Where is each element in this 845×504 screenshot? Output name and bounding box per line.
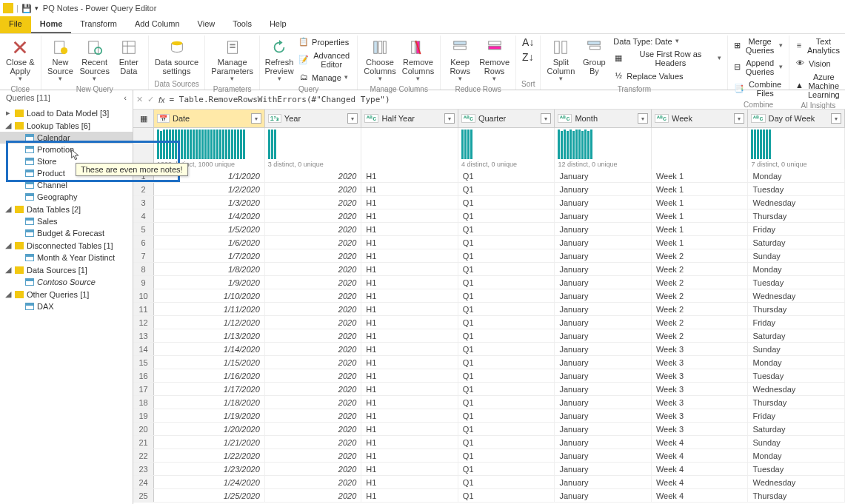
cell-year[interactable]: 2020: [265, 356, 362, 369]
cell-week[interactable]: Week 2: [652, 329, 749, 342]
cell-half[interactable]: H1: [361, 289, 458, 302]
row-number[interactable]: 8: [133, 263, 154, 275]
table-row[interactable]: 31/3/20202020H1Q1JanuaryWeek 1Wednesday: [133, 196, 845, 209]
remove-columns-button[interactable]: Remove Columns: [401, 36, 435, 84]
datatype-icon[interactable]: ᴬᴮc: [461, 114, 475, 123]
cell-half[interactable]: H1: [361, 436, 458, 448]
close-apply-button[interactable]: Close & Apply: [4, 36, 36, 84]
cell-qtr[interactable]: Q1: [458, 263, 555, 275]
cell-week[interactable]: Week 1: [652, 223, 749, 235]
query-item[interactable]: Geography: [0, 191, 133, 203]
data-source-settings-button[interactable]: Data source settings: [153, 36, 200, 77]
cell-dow[interactable]: Tuesday: [748, 463, 845, 475]
cell-qtr[interactable]: Q1: [458, 183, 555, 195]
cell-half[interactable]: H1: [361, 423, 458, 435]
column-header-qtr[interactable]: ᴬᴮcQuarter▾: [458, 110, 555, 127]
cell-week[interactable]: Week 1: [652, 169, 749, 182]
query-item[interactable]: Promotion: [0, 144, 133, 155]
cell-month[interactable]: January: [555, 209, 652, 222]
filter-dropdown-icon[interactable]: ▾: [541, 113, 551, 124]
row-number[interactable]: 24: [133, 476, 154, 488]
cell-year[interactable]: 2020: [265, 289, 362, 302]
cell-qtr[interactable]: Q1: [458, 356, 555, 369]
cell-month[interactable]: January: [555, 383, 652, 395]
cell-week[interactable]: Week 1: [652, 183, 749, 195]
cell-qtr[interactable]: Q1: [458, 436, 555, 448]
cell-dow[interactable]: Monday: [748, 449, 845, 462]
cell-date[interactable]: 1/2/2020: [154, 183, 265, 195]
cell-qtr[interactable]: Q1: [458, 223, 555, 235]
cell-month[interactable]: January: [555, 409, 652, 422]
properties-button[interactable]: 📋Properties: [297, 36, 353, 49]
row-number[interactable]: 18: [133, 396, 154, 409]
table-row[interactable]: 161/16/20202020H1Q1JanuaryWeek 3Tuesday: [133, 369, 845, 383]
row-number[interactable]: 17: [133, 383, 154, 395]
first-row-headers-button[interactable]: ▦Use First Row as Headers: [612, 48, 723, 69]
cell-week[interactable]: Week 3: [652, 383, 749, 395]
row-number[interactable]: 16: [133, 369, 154, 382]
row-number[interactable]: 14: [133, 343, 154, 355]
row-number[interactable]: 25: [133, 489, 154, 502]
table-row[interactable]: 211/21/20202020H1Q1JanuaryWeek 4Sunday: [133, 436, 845, 449]
datatype-icon[interactable]: ᴬᴮc: [751, 114, 765, 123]
manage-parameters-button[interactable]: Manage Parameters: [210, 36, 255, 84]
cell-month[interactable]: January: [555, 183, 652, 195]
cell-date[interactable]: 1/22/2020: [154, 449, 265, 462]
table-row[interactable]: 91/9/20202020H1Q1JanuaryWeek 2Tuesday: [133, 276, 845, 289]
cell-qtr[interactable]: Q1: [458, 449, 555, 462]
recent-sources-button[interactable]: Recent Sources: [79, 36, 111, 84]
cell-qtr[interactable]: Q1: [458, 396, 555, 409]
cell-date[interactable]: 1/12/2020: [154, 316, 265, 329]
enter-data-button[interactable]: Enter Data: [114, 36, 144, 77]
cell-month[interactable]: January: [555, 489, 652, 502]
cell-half[interactable]: H1: [361, 209, 458, 222]
cell-dow[interactable]: Friday: [748, 409, 845, 422]
cell-year[interactable]: 2020: [265, 423, 362, 435]
table-row[interactable]: 191/19/20202020H1Q1JanuaryWeek 3Friday: [133, 409, 845, 423]
filter-dropdown-icon[interactable]: ▾: [251, 113, 261, 124]
tab-view[interactable]: View: [189, 16, 224, 33]
cell-date[interactable]: 1/20/2020: [154, 423, 265, 435]
cell-year[interactable]: 2020: [265, 263, 362, 275]
cell-half[interactable]: H1: [361, 223, 458, 235]
column-header-week[interactable]: ᴬᴮcWeek▾: [652, 110, 749, 127]
formula-cancel-icon[interactable]: ✕: [136, 95, 143, 104]
cell-year[interactable]: 2020: [265, 169, 362, 182]
cell-month[interactable]: January: [555, 463, 652, 475]
cell-month[interactable]: January: [555, 329, 652, 342]
cell-half[interactable]: H1: [361, 383, 458, 395]
split-column-button[interactable]: Split Column: [545, 36, 576, 84]
cell-half[interactable]: H1: [361, 329, 458, 342]
row-number[interactable]: 23: [133, 463, 154, 475]
cell-half[interactable]: H1: [361, 236, 458, 249]
manage-query-button[interactable]: 🗂Manage: [297, 71, 353, 84]
tab-home[interactable]: Home: [31, 16, 72, 33]
cell-qtr[interactable]: Q1: [458, 476, 555, 488]
row-number[interactable]: 19: [133, 409, 154, 422]
cell-week[interactable]: Week 4: [652, 476, 749, 488]
tab-help[interactable]: Help: [261, 16, 295, 33]
cell-week[interactable]: Week 3: [652, 409, 749, 422]
row-number[interactable]: 11: [133, 303, 154, 315]
row-number[interactable]: 12: [133, 316, 154, 329]
collapse-pane-icon[interactable]: ‹: [124, 93, 127, 102]
cell-month[interactable]: January: [555, 356, 652, 369]
cell-week[interactable]: Week 2: [652, 303, 749, 315]
cell-week[interactable]: Week 3: [652, 396, 749, 409]
query-item[interactable]: Sales: [0, 215, 133, 227]
cell-year[interactable]: 2020: [265, 436, 362, 448]
group-by-button[interactable]: Group By: [579, 36, 609, 77]
choose-columns-button[interactable]: Choose Columns: [362, 36, 397, 84]
filter-dropdown-icon[interactable]: ▾: [734, 113, 744, 124]
cell-year[interactable]: 2020: [265, 249, 362, 262]
data-type-selector[interactable]: Data Type: Date: [612, 36, 723, 47]
cell-dow[interactable]: Tuesday: [748, 276, 845, 289]
query-group[interactable]: ◢Disconnected Tables [1]: [0, 239, 133, 252]
vision-button[interactable]: 👁Vision: [794, 57, 843, 70]
column-header-year[interactable]: 1²₃Year▾: [265, 110, 362, 127]
cell-year[interactable]: 2020: [265, 183, 362, 195]
append-queries-button[interactable]: ⊟Append Queries: [732, 57, 784, 78]
datatype-icon[interactable]: ᴬᴮc: [558, 114, 572, 123]
column-header-month[interactable]: ᴬᴮcMonth▾: [555, 110, 652, 127]
table-row[interactable]: 231/23/20202020H1Q1JanuaryWeek 4Tuesday: [133, 463, 845, 476]
